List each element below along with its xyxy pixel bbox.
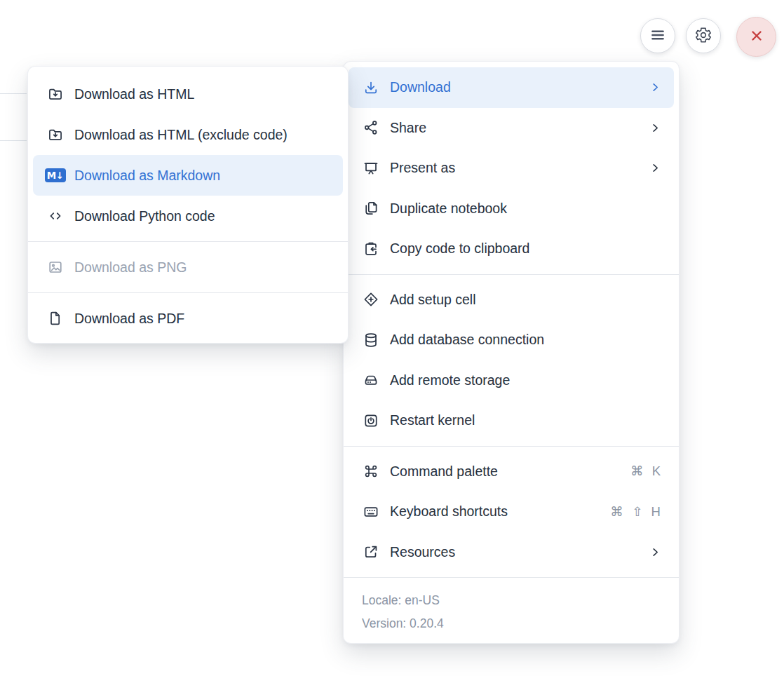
menu-item-label: Present as — [390, 160, 640, 176]
page-edge-line — [0, 140, 27, 141]
menu-item-command-palette[interactable]: Command palette⌘ K — [344, 452, 679, 492]
close-icon — [749, 28, 764, 46]
menu-item-label: Download as PNG — [74, 259, 330, 276]
menu-item-label: Add setup cell — [390, 292, 661, 308]
menu-item-label: Download Python code — [74, 208, 330, 224]
menu-item-label: Resources — [390, 544, 640, 560]
menu-footer: Locale: en-US Version: 0.20.4 — [344, 583, 679, 643]
version-text: Version: 0.20.4 — [362, 612, 661, 635]
menu-item-label: Download as Markdown — [74, 168, 330, 184]
chevron-right-icon — [650, 547, 661, 557]
menu-item-download-as-png: Download as PNG — [28, 247, 348, 288]
share-icon — [362, 119, 379, 137]
menu-item-label: Duplicate notebook — [390, 201, 661, 217]
menu-item-share[interactable]: Share — [344, 108, 679, 149]
external-link-icon — [362, 543, 379, 561]
menu-item-add-database-connection[interactable]: Add database connection — [344, 320, 679, 360]
markdown-badge: M↓ — [45, 168, 66, 182]
menu-divider — [344, 446, 679, 447]
diamond-plus-icon — [362, 291, 379, 309]
duplicate-icon — [362, 200, 379, 217]
menu-item-add-remote-storage[interactable]: Add remote storage — [344, 360, 679, 401]
menu-item-download-as-pdf[interactable]: Download as PDF — [28, 298, 348, 339]
menu-item-label: Copy code to clipboard — [390, 241, 661, 257]
gear-icon — [694, 26, 712, 46]
menu-item-download-python-code[interactable]: Download Python code — [28, 196, 348, 236]
menu-item-add-setup-cell[interactable]: Add setup cell — [344, 280, 679, 320]
menu-item-download-as-html[interactable]: Download as HTML — [28, 74, 348, 114]
menu-item-label: Download as HTML (exclude code) — [74, 127, 330, 143]
menu-item-label: Command palette — [390, 464, 620, 480]
menu-item-label: Add remote storage — [390, 372, 661, 388]
menu-item-duplicate-notebook[interactable]: Duplicate notebook — [344, 189, 679, 229]
settings-button[interactable] — [686, 18, 721, 53]
menu-item-resources[interactable]: Resources — [344, 532, 679, 573]
power-icon — [362, 412, 379, 429]
menu-item-copy-code-to-clipboard[interactable]: Copy code to clipboard — [344, 229, 679, 269]
clipboard-import-icon — [362, 240, 379, 257]
menu-item-label: Download as HTML — [74, 86, 330, 102]
database-icon — [362, 331, 379, 349]
menu-divider — [28, 292, 348, 293]
download-submenu: Download as HTMLDownload as HTML (exclud… — [28, 67, 348, 343]
locale-text: Locale: en-US — [362, 589, 661, 612]
menu-item-label: Share — [390, 120, 640, 136]
keyboard-icon — [362, 503, 379, 520]
menu-divider — [28, 241, 348, 242]
menu-item-label: Restart kernel — [390, 412, 661, 428]
code-icon — [46, 208, 64, 225]
menu-item-download-as-markdown[interactable]: M↓Download as Markdown — [33, 155, 343, 196]
menu-item-label: Add database connection — [390, 332, 661, 348]
menu-button[interactable] — [640, 18, 675, 53]
menu-item-label: Download as PDF — [74, 311, 330, 327]
notebook-options-menu: DownloadSharePresent asDuplicate noteboo… — [344, 62, 679, 643]
file-icon — [46, 310, 64, 327]
menu-item-download-as-html-exclude-code[interactable]: Download as HTML (exclude code) — [28, 114, 348, 155]
image-icon — [46, 259, 64, 276]
menu-item-label: Keyboard shortcuts — [390, 503, 600, 520]
folder-download-icon — [46, 126, 64, 144]
close-button[interactable] — [736, 17, 776, 57]
hamburger-icon — [649, 27, 666, 46]
shortcut-hint: ⌘ K — [630, 464, 661, 479]
chevron-right-icon — [650, 82, 661, 93]
menu-divider — [344, 274, 679, 275]
menu-item-restart-kernel[interactable]: Restart kernel — [344, 400, 679, 441]
menu-item-download[interactable]: Download — [349, 67, 674, 108]
folder-download-icon — [46, 86, 64, 103]
page-edge-line — [0, 93, 27, 94]
menu-item-present-as[interactable]: Present as — [344, 148, 679, 189]
markdown-icon: M↓ — [46, 167, 64, 184]
chevron-right-icon — [650, 163, 661, 173]
command-icon — [362, 463, 379, 480]
shortcut-hint: ⌘ ⇧ H — [610, 504, 661, 520]
chevron-right-icon — [650, 123, 661, 133]
presentation-icon — [362, 159, 379, 177]
menu-item-keyboard-shortcuts[interactable]: Keyboard shortcuts⌘ ⇧ H — [344, 492, 679, 532]
storage-icon — [362, 372, 379, 389]
menu-item-label: Download — [390, 79, 640, 95]
menu-divider — [344, 577, 679, 578]
download-icon — [362, 79, 379, 96]
